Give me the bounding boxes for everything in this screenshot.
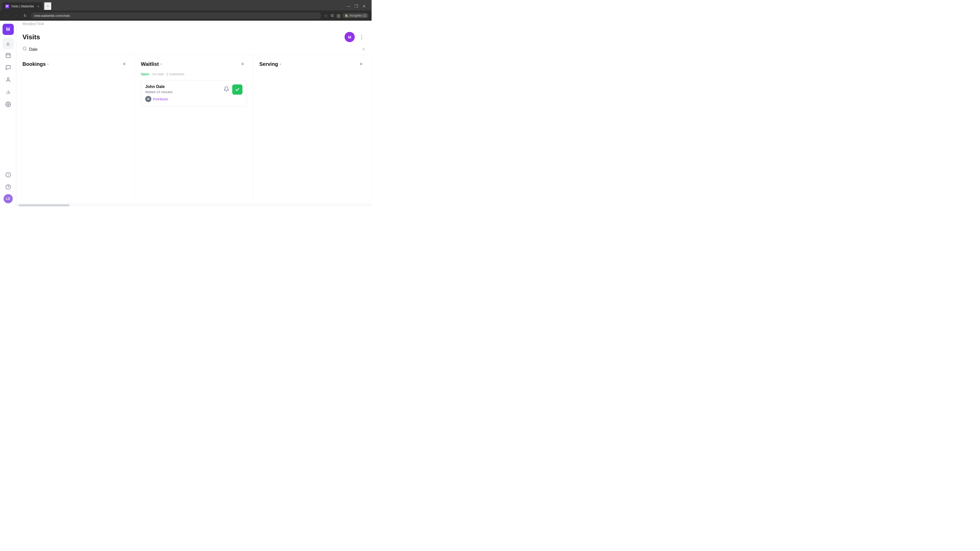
bookings-title-group: Bookings ›	[22, 61, 48, 67]
customer-card[interactable]: John Dale Waited 13 minutes M Prioritize…	[141, 80, 247, 106]
user-avatar[interactable]: M	[345, 32, 355, 42]
more-menu-button[interactable]: ⋮	[358, 33, 366, 41]
chat-icon	[5, 65, 11, 72]
serving-column: Serving › +	[253, 55, 372, 204]
close-button[interactable]: ✕	[360, 3, 368, 10]
main-content: Moodjoy7434 Visits M ⋮ × Bookings	[16, 21, 372, 206]
bookings-chevron-icon: ›	[47, 62, 48, 66]
serving-title-group: Serving ›	[259, 61, 281, 67]
waitlist-column: Waitlist › + Open · 1m wait · 2 customer…	[135, 55, 253, 204]
home-icon: ⌂	[6, 41, 10, 47]
svg-line-13	[25, 49, 26, 50]
card-info: John Dale Waited 13 minutes M Prioritize…	[145, 84, 220, 102]
waitlist-add-button[interactable]: +	[239, 60, 247, 68]
incognito-icon: 🕵	[345, 14, 348, 17]
priority-tag: Prioritized	[153, 97, 168, 101]
sidebar-logo[interactable]: M	[3, 24, 14, 35]
bookings-column: Bookings › +	[16, 55, 135, 204]
flash-icon	[5, 172, 11, 179]
url-bar[interactable]: new.waitwhile.com/visits	[30, 13, 321, 19]
bookings-column-header: Bookings › +	[22, 60, 128, 68]
waitlist-title-group: Waitlist ›	[141, 61, 162, 67]
sidebar-item-flash[interactable]	[3, 170, 14, 181]
bookings-add-button[interactable]: +	[120, 60, 128, 68]
customer-wait-time: Waited 13 minutes	[145, 90, 220, 94]
settings-icon	[5, 102, 11, 108]
svg-point-4	[7, 78, 9, 79]
serving-add-button[interactable]: +	[357, 60, 365, 68]
check-button[interactable]	[232, 84, 242, 95]
search-icon	[22, 46, 27, 52]
sidebar-item-customers[interactable]	[3, 75, 14, 86]
app: M ⌂	[0, 21, 372, 206]
tab-title: Visits | Waitwhile	[11, 5, 35, 8]
sidebar-item-home[interactable]: ⌂	[3, 38, 14, 49]
sidebar-item-calendar[interactable]	[3, 50, 14, 62]
url-text: new.waitwhile.com/visits	[34, 14, 70, 17]
reload-button[interactable]: ↻	[21, 12, 29, 19]
search-input[interactable]	[29, 47, 360, 52]
waitlist-column-header: Waitlist › +	[141, 60, 247, 68]
org-name: Moodjoy7434	[16, 21, 372, 28]
minimize-button[interactable]: —	[345, 3, 352, 10]
bookmark-button[interactable]: ☆	[323, 12, 329, 19]
page-title: Visits	[22, 33, 40, 41]
active-tab[interactable]: W Visits | Waitwhile ×	[2, 2, 43, 11]
horizontal-scrollbar[interactable]	[18, 204, 69, 206]
tag-avatar: M	[145, 96, 151, 102]
sidebar-button[interactable]: ▥	[336, 12, 342, 19]
incognito-label: Incognito (2)	[349, 14, 366, 17]
address-bar: ← → ↻ new.waitwhile.com/visits ☆ ⧉ ▥ 🕵 I…	[0, 11, 372, 21]
columns-container: Bookings › + Waitlist › + Open ·	[16, 55, 372, 204]
incognito-badge: 🕵 Incognito (2)	[342, 13, 369, 18]
extensions-button[interactable]: ⧉	[330, 12, 334, 19]
person-icon	[5, 77, 11, 84]
svg-point-12	[23, 47, 26, 50]
customer-tags: M Prioritized	[145, 96, 220, 102]
search-bar: ×	[16, 44, 372, 55]
top-bar: Visits M ⋮	[16, 28, 372, 44]
serving-title[interactable]: Serving	[259, 61, 278, 67]
sidebar-bottom: LD	[3, 170, 14, 203]
browser-chrome: W Visits | Waitwhile × + — ❐ ✕ ← → ↻ new…	[0, 0, 372, 21]
chart-icon	[5, 89, 11, 96]
help-icon	[5, 184, 11, 191]
top-bar-actions: M ⋮	[345, 32, 366, 42]
calendar-icon	[5, 52, 11, 59]
sidebar-item-help[interactable]	[3, 182, 14, 193]
tab-favicon: W	[5, 4, 9, 8]
customer-name: John Dale	[145, 84, 220, 89]
waitlist-chevron-icon: ›	[160, 62, 162, 66]
new-tab-button[interactable]: +	[44, 2, 52, 11]
sidebar-item-messages[interactable]	[3, 62, 14, 74]
serving-column-header: Serving › +	[259, 60, 365, 68]
maximize-button[interactable]: ❐	[353, 3, 360, 10]
sidebar-item-settings[interactable]	[3, 99, 14, 110]
sidebar-user-avatar[interactable]: LD	[3, 194, 13, 203]
svg-rect-0	[6, 53, 10, 58]
tab-close-button[interactable]: ×	[37, 4, 40, 9]
card-actions	[223, 84, 242, 95]
address-bar-actions: ☆ ⧉ ▥ 🕵 Incognito (2)	[323, 12, 369, 19]
waitlist-status: Open · 1m wait · 2 customers	[141, 72, 247, 76]
serving-chevron-icon: ›	[280, 62, 281, 66]
waitlist-open-badge: Open	[141, 72, 149, 76]
search-clear-button[interactable]: ×	[362, 46, 366, 52]
sidebar-item-analytics[interactable]	[3, 87, 14, 98]
bookings-title[interactable]: Bookings	[22, 61, 46, 67]
sidebar: M ⌂	[0, 21, 16, 206]
waitlist-title[interactable]: Waitlist	[141, 61, 159, 67]
waitlist-status-detail: · 1m wait · 2 customers	[150, 72, 185, 76]
svg-point-8	[7, 103, 9, 105]
back-button[interactable]: ←	[3, 12, 10, 19]
forward-button[interactable]: →	[12, 12, 19, 19]
bell-button[interactable]	[223, 85, 230, 94]
